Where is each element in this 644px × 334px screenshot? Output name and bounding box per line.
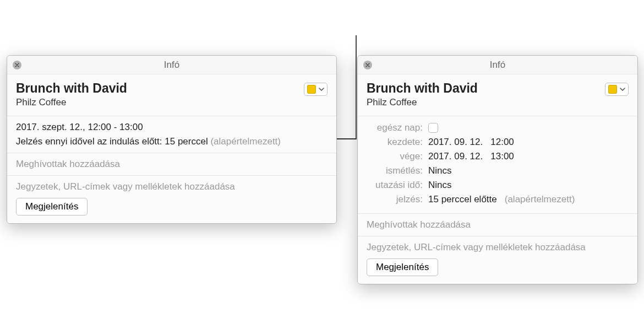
repeat-row[interactable]: ismétlés: Nincs: [367, 164, 629, 178]
allday-checkbox[interactable]: [428, 123, 438, 133]
info-window-expanded: Infó Brunch with David Philz Coffee egés…: [357, 55, 638, 284]
start-label: kezdete:: [367, 137, 428, 148]
alert-line: Jelzés ennyi idővel az indulás előtt: 15…: [16, 136, 328, 147]
allday-label: egész nap:: [367, 122, 428, 133]
allday-row: egész nap:: [367, 121, 629, 135]
titlebar: Infó: [358, 56, 637, 74]
calendar-color-swatch: [608, 85, 617, 94]
start-time: 12:00: [490, 137, 514, 148]
calendar-color-swatch: [307, 85, 316, 94]
event-title[interactable]: Brunch with David: [367, 81, 605, 96]
alert-row[interactable]: jelzés: 15 perccel előtte (alapértelmeze…: [367, 192, 629, 207]
notes-section: Jegyzetek, URL-címek vagy mellékletek ho…: [7, 176, 336, 223]
notes-section: Jegyzetek, URL-címek vagy mellékletek ho…: [358, 236, 637, 284]
travel-value: Nincs: [428, 180, 452, 191]
start-date: 2017. 09. 12.: [428, 137, 483, 148]
notes-placeholder: Jegyzetek, URL-címek vagy mellékletek ho…: [16, 181, 235, 192]
invitees-placeholder: Meghívottak hozzáadása: [16, 159, 120, 169]
close-button[interactable]: [13, 61, 21, 69]
datetime-section[interactable]: 2017. szept. 12., 12:00 - 13:00 Jelzés e…: [7, 116, 336, 153]
travel-row[interactable]: utazási idő: Nincs: [367, 178, 629, 192]
event-location[interactable]: Philz Coffee: [367, 97, 605, 108]
alert-default: (alapértelmezett): [210, 136, 281, 147]
notes-placeholder-row[interactable]: Jegyzetek, URL-címek vagy mellékletek ho…: [367, 242, 629, 253]
repeat-label: ismétlés:: [367, 165, 428, 176]
show-button[interactable]: Megjelenítés: [367, 258, 438, 276]
calendar-picker[interactable]: [304, 83, 328, 96]
notes-placeholder: Jegyzetek, URL-címek vagy mellékletek ho…: [367, 242, 586, 252]
show-button[interactable]: Megjelenítés: [16, 198, 88, 216]
titlebar: Infó: [7, 56, 336, 74]
travel-label: utazási idő:: [367, 180, 428, 191]
info-window-compact: Infó Brunch with David Philz Coffee 2017…: [7, 55, 337, 224]
alert-text: Jelzés ennyi idővel az indulás előtt: 15…: [16, 136, 208, 147]
datetime-text: 2017. szept. 12., 12:00 - 13:00: [16, 122, 328, 133]
invitees-placeholder: Meghívottak hozzáadása: [367, 219, 471, 230]
calendar-picker[interactable]: [605, 83, 629, 96]
event-header: Brunch with David Philz Coffee: [7, 74, 336, 116]
repeat-value: Nincs: [428, 165, 452, 176]
window-title: Infó: [164, 60, 179, 71]
alert-default: (alapértelmezett): [505, 194, 575, 205]
end-label: vége:: [367, 151, 428, 162]
alert-label: jelzés:: [367, 194, 428, 205]
event-location[interactable]: Philz Coffee: [16, 97, 304, 108]
alert-value: 15 perccel előtte: [428, 194, 497, 205]
start-row[interactable]: kezdete: 2017. 09. 12. 12:00: [367, 135, 629, 149]
close-button[interactable]: [363, 61, 372, 69]
notes-placeholder-row[interactable]: Jegyzetek, URL-címek vagy mellékletek ho…: [16, 181, 328, 192]
invitees-section[interactable]: Meghívottak hozzáadása: [7, 153, 336, 176]
invitees-section[interactable]: Meghívottak hozzáadása: [358, 214, 637, 236]
close-icon: [14, 62, 20, 68]
chevron-down-icon: [319, 88, 324, 91]
chevron-down-icon: [620, 88, 625, 91]
connector-line: [337, 35, 357, 139]
window-title: Infó: [490, 60, 505, 71]
close-icon: [365, 62, 370, 68]
end-time: 13:00: [490, 151, 514, 162]
event-header: Brunch with David Philz Coffee: [358, 74, 637, 116]
end-row[interactable]: vége: 2017. 09. 12. 13:00: [367, 149, 629, 164]
datetime-fields: egész nap: kezdete: 2017. 09. 12. 12:00 …: [358, 116, 637, 214]
end-date: 2017. 09. 12.: [428, 151, 483, 162]
event-title[interactable]: Brunch with David: [16, 81, 304, 96]
